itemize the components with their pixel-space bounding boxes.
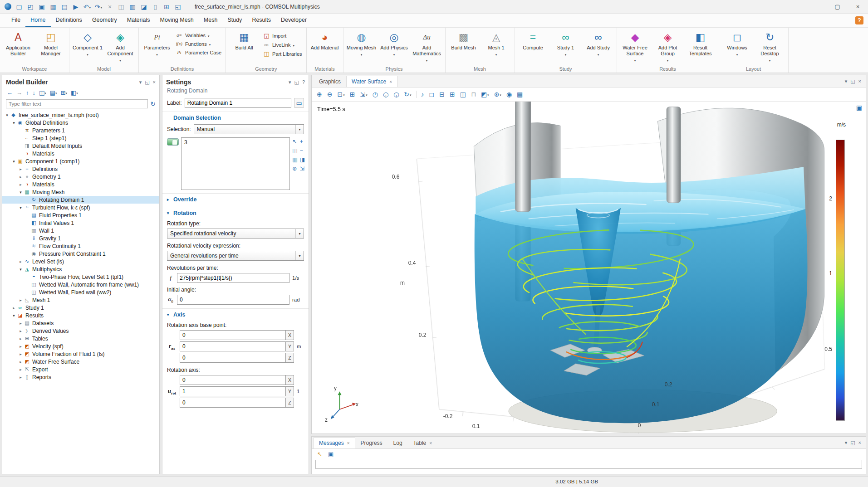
tree-item-parameters-1[interactable]: πParameters 1 [2,127,159,134]
tree-item-fluid-properties-1[interactable]: ▤Fluid Properties 1 [2,211,159,219]
menu-mesh[interactable]: Mesh [199,14,223,27]
sel-create-button[interactable]: ↖ [292,138,297,145]
open-in-window-button[interactable]: ▣ [327,450,334,458]
ribbon-water-free-surface-button[interactable]: ◆Water Free Surface [619,29,651,63]
sound-button[interactable]: ♪ [421,91,425,98]
tree-item-component-1-comp1[interactable]: ▣Component 1 (comp1) [2,157,159,165]
ribbon-parameters-button[interactable]: PiParameters [141,29,173,58]
rotation-axis-y-input[interactable] [180,386,286,396]
tree-item-multiphysics[interactable]: ◮Multiphysics [2,265,159,273]
close-panel-button[interactable]: × [858,439,861,446]
split-quad-button[interactable]: ◫ [460,91,466,98]
clear-log-button[interactable]: ↖ [316,450,323,458]
sel-remove-button[interactable]: − [300,147,305,154]
close-tab-icon[interactable] [389,79,392,84]
section-rotation[interactable]: Rotation [162,207,309,218]
tree-item-velocity-spf[interactable]: ◩Velocity (spf) [2,342,159,350]
collapse-options-button[interactable]: ▤ [49,88,58,97]
tab-graphics[interactable]: Graphics [314,76,346,87]
tree-item-rotating-domain-1[interactable]: ↻Rotating Domain 1 [2,196,159,204]
section-override[interactable]: Override [162,193,309,205]
maximize-button[interactable]: ▢ [827,0,848,13]
tree-item-materials[interactable]: ◑Materials [2,180,159,188]
tree-item-two-phase-flow-level-set-1-tpf1[interactable]: ◓Two-Phase Flow, Level Set 1 (tpf1) [2,273,159,281]
single-view-button[interactable]: ◻ [429,91,435,98]
selection-list-item[interactable]: 3 [184,139,287,146]
tree-item-mesh-1[interactable]: ◺Mesh 1 [2,296,159,304]
ribbon-functions-button[interactable]: f(x)Functions [174,41,223,47]
help-button[interactable]: ? [855,16,863,24]
ribbon-reset-desktop-button[interactable]: ↻Reset Desktop [754,29,786,63]
tree-item-tables[interactable]: ⊞Tables [2,335,159,342]
tree-item-step-1-step1[interactable]: ⌐Step 1 (step1) [2,134,159,142]
revolutions-input[interactable] [177,273,289,283]
float-panel-button[interactable]: ◱ [850,78,855,84]
tree-item-results[interactable]: ◪Results [2,312,159,319]
run-button[interactable]: ▶ [71,2,81,12]
messages-output-field[interactable] [315,460,862,469]
print-button[interactable]: ▤ [516,91,523,98]
ribbon-livelink-button[interactable]: ∞LiveLink [261,41,304,48]
close-button[interactable]: × [848,0,868,13]
menu-geometry[interactable]: Geometry [87,14,122,27]
ribbon-model-manager-button[interactable]: ◰Model Manager [35,29,67,57]
panel-menu-button[interactable]: ▾ [289,79,291,85]
section-axis[interactable]: Axis [162,308,309,320]
ribbon-add-physics-button[interactable]: ◎Add Physics [378,29,410,58]
close-panel-button[interactable]: × [153,79,156,85]
tree-item-moving-mesh[interactable]: ▦Moving Mesh [2,188,159,196]
color-theme-button[interactable]: ◩ [481,91,490,98]
cut-button[interactable]: × [105,2,115,12]
close-panel-button[interactable]: × [858,78,861,84]
rotation-axis-z-input[interactable] [180,398,286,408]
menu-study[interactable]: Study [222,14,247,27]
sel-paste-button[interactable]: ▥ [292,156,297,163]
tree-item-wall-1[interactable]: ▥Wall 1 [2,227,159,234]
ribbon-add-mathematics-button[interactable]: ΔuAdd Mathematics [411,29,443,63]
label-edit-button[interactable]: ▭ [294,98,304,108]
menu-materials[interactable]: Materials [122,14,155,27]
rotation-axis-x-input[interactable] [180,375,286,385]
undo-button[interactable]: ↶ [82,2,92,12]
move-down-button[interactable]: ↓ [32,89,37,97]
ribbon-parameter-case-button[interactable]: PiParameter Case [174,49,223,56]
tree-item-study-1[interactable]: ∞Study 1 [2,304,159,312]
sel-expand-button[interactable]: ⇲ [300,166,305,172]
minimize-button[interactable]: – [807,0,827,13]
zoom-out-button[interactable]: ⊖ [327,91,333,98]
tab-progress[interactable]: Progress [355,437,388,448]
tree-item-level-set-ls[interactable]: ∿Level Set (ls) [2,258,159,265]
tree-item-initial-values-1[interactable]: ◧Initial Values 1 [2,219,159,227]
ribbon-add-plot-group-button[interactable]: ◈Add Plot Group [652,29,684,63]
tree-item-pressure-point-constraint-1[interactable]: ◉Pressure Point Constraint 1 [2,250,159,258]
section-domain-selection[interactable]: Domain Selection [162,112,309,123]
tab-table[interactable]: Table [408,437,438,448]
view-yz-button[interactable]: ◵ [383,91,389,98]
filter-input[interactable] [6,99,148,108]
close-tab-icon[interactable] [429,441,432,446]
tag-options-button[interactable]: ◧ [70,88,79,97]
menu-results[interactable]: Results [247,14,276,27]
graphics-canvas[interactable]: Time=5.5 s ▣ m/s 210.50.60.4m0.2-0.20.10… [312,102,866,433]
ribbon-application-builder-button[interactable]: AApplication Builder [2,29,34,57]
tree-item-default-model-inputs[interactable]: ◨Default Model Inputs [2,142,159,150]
ribbon-import-button[interactable]: ◲Import [261,32,304,39]
base-point-y-input[interactable] [180,341,286,351]
menu-developer[interactable]: Developer [276,14,312,27]
ribbon-build-mesh-button[interactable]: ▩Build Mesh [448,29,480,51]
tree-item-flow-continuity-1[interactable]: ≋Flow Continuity 1 [2,242,159,250]
delete-button[interactable]: ▯ [150,2,160,12]
show-options-button[interactable]: ◫ [38,88,47,97]
tree-item-materials[interactable]: ◑Materials [2,150,159,157]
tab-log[interactable]: Log [388,437,408,448]
tree-item-volume-fraction-of-fluid-1-ls[interactable]: ◩Volume Fraction of Fluid 1 (ls) [2,350,159,358]
back-button[interactable]: ← [6,89,14,97]
velocity-expression-dropdown[interactable]: General revolutions per time [167,251,304,261]
selection-list[interactable]: 3 [181,137,290,190]
refresh-filter-button[interactable]: ↻ [150,101,156,107]
sel-box-button[interactable]: ◨ [300,156,305,163]
tab-water-surface[interactable]: Water Surface [346,76,397,87]
float-panel-button[interactable]: ◱ [145,79,149,85]
ribbon-add-material-button[interactable]: ◕Add Material [309,29,341,51]
sel-copy-button[interactable]: ◫ [292,147,297,154]
